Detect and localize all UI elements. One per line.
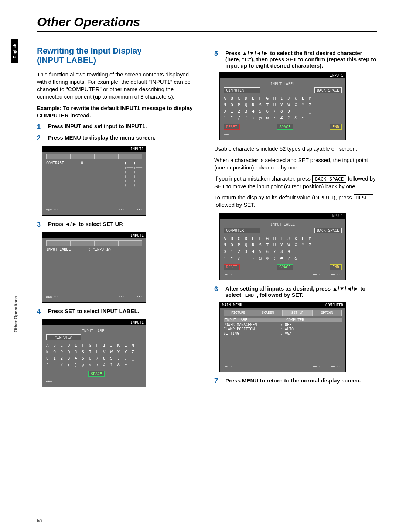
end-button: END	[330, 124, 342, 130]
osd-row-key: CONTRAST	[46, 161, 79, 165]
osd-charset: A B C D E F G H I J K L M N O P Q R S T …	[46, 342, 142, 368]
step-number: 4	[37, 308, 43, 316]
screenshot-step5b: INPUT1 INPUT LABEL COMPUTER BACK SPACE A…	[219, 213, 377, 280]
step-5: 5 Press ▲/▼/◄/► to select the first desi…	[214, 50, 377, 69]
space-button: SPACE	[277, 264, 293, 270]
step-number: 7	[214, 377, 220, 385]
tab-picture: PICTURE	[224, 310, 253, 316]
osd-row-val: : ▢INPUT1▢	[88, 247, 110, 251]
space-button: SPACE	[277, 124, 293, 130]
step-4: 4 Press SET to select INPUT LABEL.	[37, 308, 200, 316]
section-title: Rewriting the Input Display (INPUT LABEL…	[37, 46, 200, 65]
tab-screen: SCREEN	[253, 310, 283, 316]
step-6: 6 After setting all inputs as desired, p…	[214, 285, 377, 298]
step-2: 2 Press MENU to display the menu screen.	[37, 134, 200, 142]
screenshot-step5: INPUT1 INPUT LABEL CINPUT1▢ BACK SPACE A…	[219, 72, 377, 140]
note-b: When a character is selected and SET pre…	[214, 157, 377, 172]
reset-box: RESET	[354, 194, 373, 202]
step-text: After setting all inputs as desired, pre…	[225, 285, 377, 298]
osd-header: INPUT1	[220, 73, 345, 78]
step-1: 1 Press INPUT and set input to INPUT1.	[37, 123, 200, 131]
screenshot-step2: INPUT1 CONTRAST0▮───▮─── ▮───▮─── ▮───▮─…	[42, 146, 200, 216]
tab-option: OPTION	[312, 310, 342, 316]
note-a: Usable characters include 52 types displ…	[214, 145, 377, 152]
page-title: Other Operations	[37, 15, 377, 29]
step-number: 5	[214, 50, 220, 69]
osd-label-heading: INPUT LABEL	[224, 80, 342, 87]
note-d: To return the display to its default val…	[214, 194, 377, 209]
osd-header: INPUT1	[42, 146, 146, 152]
step-number: 1	[37, 123, 43, 131]
backspace-button: BACK SPACE	[314, 228, 342, 233]
backspace-button: BACK SPACE	[314, 87, 342, 93]
osd-field: COMPUTER	[224, 228, 260, 233]
osd-row-val: 0	[81, 161, 83, 165]
side-caption: Other Operations	[13, 296, 18, 332]
step-7: 7 Press MENU to return to the normal dis…	[214, 377, 377, 385]
example-lead: Example: To rewrite the default INPUT1 m…	[37, 104, 200, 120]
step-text: Press ▲/▼/◄/► to select the first desire…	[225, 50, 377, 69]
step-3: 3 Press ◄/► to select SET UP.	[37, 221, 200, 229]
screenshot-step6: MAIN MENU COMPUTER PICTURE SCREEN SET UP…	[219, 302, 377, 372]
language-tab: English	[11, 39, 18, 63]
osd-label-heading: INPUT LABEL	[224, 221, 342, 228]
step-text: Press ◄/► to select SET UP.	[48, 221, 200, 229]
step-text: Press INPUT and set input to INPUT1.	[48, 123, 200, 131]
osd-label-heading: INPUT LABEL	[46, 327, 142, 334]
end-button: END	[330, 264, 342, 270]
space-button: SPACE	[88, 371, 105, 377]
note-c: If you input a mistaken character, press…	[214, 175, 377, 190]
intro-text: This function allows rewriting of the sc…	[37, 71, 200, 101]
end-box: END	[243, 292, 256, 298]
backspace-box: BACK SPACE	[312, 175, 346, 183]
osd-field: ▢INPUT1▢	[46, 334, 81, 340]
osd-header: INPUT1	[220, 213, 345, 219]
left-column: Rewriting the Input Display (INPUT LABEL…	[37, 46, 200, 392]
step-text: Press MENU to return to the normal displ…	[225, 377, 377, 385]
title-rule	[37, 31, 377, 32]
page-number: En	[37, 518, 42, 522]
right-column: 5 Press ▲/▼/◄/► to select the first desi…	[214, 46, 377, 392]
reset-button: RESET	[224, 264, 240, 270]
osd-charset: A B C D E F G H I J K L M N O P Q R S T …	[224, 95, 342, 121]
osd-header: INPUT1	[42, 320, 146, 325]
section-title-line1: Rewriting the Input Display	[37, 46, 142, 55]
step-text: Press SET to select INPUT LABEL.	[48, 308, 200, 316]
section-title-line2: (INPUT LABEL)	[37, 55, 96, 65]
screenshot-step4: INPUT1 INPUT LABEL ▢INPUT1▢ x A B C D E …	[42, 319, 200, 387]
tab-setup: SET UP	[283, 310, 312, 316]
osd-header: MAIN MENU COMPUTER	[220, 302, 345, 308]
step-number: 6	[214, 285, 220, 298]
step-number: 3	[37, 221, 43, 229]
osd-field: CINPUT1▢	[224, 87, 260, 93]
step-text: Press MENU to display the menu screen.	[48, 134, 200, 142]
osd-row-key: INPUT LABEL	[46, 247, 87, 251]
reset-button: RESET	[224, 124, 240, 130]
osd-charset: A B C D E F G H I J K L M N O P Q R S T …	[224, 236, 342, 261]
screenshot-step3: INPUT1 INPUT LABEL: ▢INPUT1▢ ▭◈▭ ···── ·…	[42, 232, 200, 303]
osd-header: INPUT1	[42, 233, 146, 238]
section-rule	[37, 66, 181, 66]
step-number: 2	[37, 134, 43, 142]
thin-rule	[37, 40, 377, 40]
